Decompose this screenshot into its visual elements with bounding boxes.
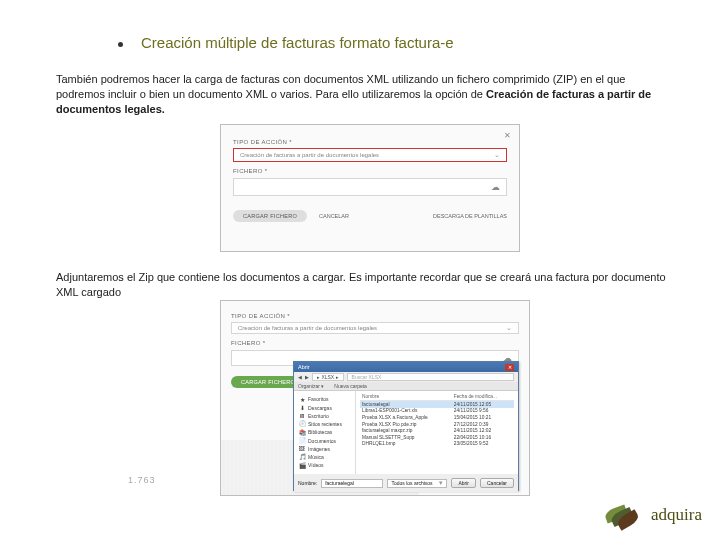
cloud-upload-icon: ☁ bbox=[491, 182, 500, 192]
chevron-down-icon: ⌄ bbox=[506, 324, 512, 332]
open-button[interactable]: Abrir bbox=[451, 478, 476, 488]
filename-input[interactable]: facturaelegal bbox=[321, 479, 383, 488]
folder-icon: ★ bbox=[298, 396, 306, 403]
folder-icon: 🖼 bbox=[298, 446, 306, 452]
folder-icon: 🎬 bbox=[298, 462, 306, 469]
nav-fwd-icon[interactable]: ▶ bbox=[305, 374, 309, 380]
file-open-dialog: Abrir ✕ ◀ ▶ ▸ XLSX ▸ Buscar XLSX Organiz… bbox=[293, 361, 519, 491]
select-tipo-accion[interactable]: Creación de facturas a partir de documen… bbox=[233, 148, 507, 162]
file-row[interactable]: Prueba XLSX a.Factura_Apple15/04/2015 10… bbox=[360, 414, 514, 421]
dialog-file-list: Nombre Fecha de modifica... facturaelega… bbox=[356, 391, 518, 474]
close-icon[interactable]: ✕ bbox=[504, 131, 511, 140]
select-tipo-value-2: Creación de facturas a partir de documen… bbox=[238, 325, 377, 331]
file-row[interactable]: facturaelegal maxpz.zip24/11/2015 12:02 bbox=[360, 427, 514, 434]
file-row[interactable]: DHRLQE1.bmp23/05/2015 9:52 bbox=[360, 441, 514, 448]
dialog-search[interactable]: Buscar XLSX bbox=[347, 373, 514, 381]
embedded-form-dialog: TIPO DE ACCIÓN * Creación de facturas a … bbox=[220, 300, 530, 496]
folder-icon: 🕘 bbox=[298, 420, 306, 427]
tree-item[interactable]: 🎵Música bbox=[298, 453, 351, 460]
descarga-plantillas-link[interactable]: DESCARGA DE PLANTILLAS bbox=[433, 213, 507, 219]
tree-item[interactable]: 🕘Sitios recientes bbox=[298, 420, 351, 427]
label-fichero: FICHERO * bbox=[233, 168, 507, 174]
label-tipo-accion: TIPO DE ACCIÓN * bbox=[233, 139, 507, 145]
tree-item[interactable]: ⬇Descargas bbox=[298, 404, 351, 411]
logo-mark-icon bbox=[601, 504, 647, 526]
bullet-icon bbox=[118, 42, 123, 47]
cancel-button[interactable]: Cancelar bbox=[480, 478, 514, 488]
dialog-footer: Nombre: facturaelegal Todos los archivos… bbox=[294, 474, 518, 492]
chevron-down-icon: ▾ bbox=[439, 479, 443, 487]
select-tipo-accion-2[interactable]: Creación de facturas a partir de documen… bbox=[231, 322, 519, 334]
cargar-fichero-button[interactable]: CARGAR FICHERO bbox=[233, 210, 307, 222]
filename-label: Nombre: bbox=[298, 480, 317, 486]
select-tipo-value: Creación de facturas a partir de documen… bbox=[240, 152, 379, 158]
tree-item[interactable]: 📚Bibliotecas bbox=[298, 429, 351, 436]
file-row[interactable]: Manual SLSETTR_Supp22/04/2015 10:16 bbox=[360, 434, 514, 441]
tree-item[interactable]: 📄Documentos bbox=[298, 437, 351, 444]
dialog-titlebar[interactable]: Abrir ✕ bbox=[294, 362, 518, 372]
file-row[interactable]: Libras1-ESP0001-Cert.xls24/11/2015 9:56 bbox=[360, 408, 514, 415]
dialog-title: Abrir bbox=[298, 364, 310, 370]
filetype-select[interactable]: Todos los archivos▾ bbox=[387, 479, 447, 488]
folder-icon: ⬇ bbox=[298, 404, 306, 411]
file-row[interactable]: facturaelegal24/11/2015 12:05 bbox=[360, 401, 514, 408]
folder-icon: 📚 bbox=[298, 429, 306, 436]
dialog-toolbar: Organizar ▾ Nueva carpeta bbox=[294, 382, 518, 391]
breadcrumb[interactable]: ▸ XLSX ▸ bbox=[312, 373, 344, 381]
paragraph-adjuntar: Adjuntaremos el Zip que contiene los doc… bbox=[56, 270, 668, 300]
upload-field[interactable]: ☁ bbox=[233, 178, 507, 196]
logo-text: adquira bbox=[651, 505, 702, 525]
toolbar-new-folder[interactable]: Nueva carpeta bbox=[334, 383, 367, 389]
label-tipo-accion-2: TIPO DE ACCIÓN * bbox=[231, 313, 519, 319]
embedded-form-tipo: ✕ TIPO DE ACCIÓN * Creación de facturas … bbox=[220, 124, 520, 252]
chevron-down-icon: ⌄ bbox=[494, 151, 500, 159]
folder-icon: 🖥 bbox=[298, 413, 306, 419]
col-date[interactable]: Fecha de modifica... bbox=[452, 393, 514, 401]
heading-text: Creación múltiple de facturas formato fa… bbox=[141, 34, 454, 51]
folder-icon: 🎵 bbox=[298, 453, 306, 460]
paragraph-intro: También podremos hacer la carga de factu… bbox=[56, 72, 668, 117]
tree-item[interactable]: 🖥Escritorio bbox=[298, 413, 351, 419]
dialog-address-bar: ◀ ▶ ▸ XLSX ▸ Buscar XLSX bbox=[294, 372, 518, 382]
heading-row: Creación múltiple de facturas formato fa… bbox=[118, 34, 678, 51]
toolbar-organize[interactable]: Organizar ▾ bbox=[298, 383, 324, 389]
dialog-tree: ★Favoritos⬇Descargas🖥Escritorio🕘Sitios r… bbox=[294, 391, 356, 474]
tree-item[interactable]: 🎬Vídeos bbox=[298, 462, 351, 469]
tree-item[interactable]: ★Favoritos bbox=[298, 396, 351, 403]
cancelar-link[interactable]: CANCELAR bbox=[319, 213, 349, 219]
file-row[interactable]: Prueba XLSX Pto pde.zip27/12/2012 0:39 bbox=[360, 421, 514, 428]
tree-item[interactable]: 🖼Imágenes bbox=[298, 446, 351, 452]
adquira-logo: adquira bbox=[601, 504, 702, 526]
nav-back-icon[interactable]: ◀ bbox=[298, 374, 302, 380]
label-fichero-2: FICHERO * bbox=[231, 340, 519, 346]
folder-icon: 📄 bbox=[298, 437, 306, 444]
background-number-text: 1.763 bbox=[128, 475, 156, 485]
col-name[interactable]: Nombre bbox=[360, 393, 452, 401]
dialog-close-icon[interactable]: ✕ bbox=[505, 364, 514, 371]
